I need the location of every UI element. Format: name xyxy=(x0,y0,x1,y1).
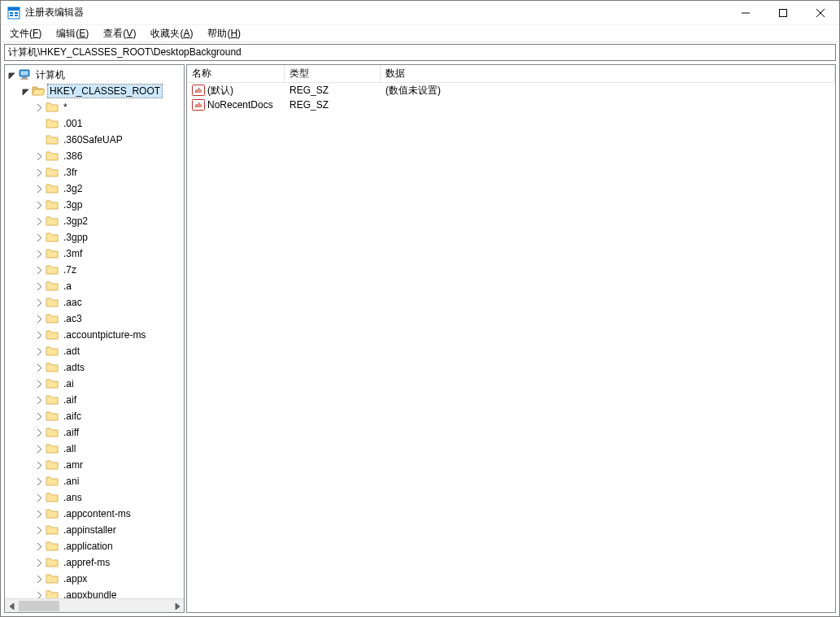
maximize-icon xyxy=(779,9,787,17)
minimize-button[interactable] xyxy=(727,1,764,25)
chevron-down-icon[interactable] xyxy=(5,68,18,81)
chevron-right-icon[interactable] xyxy=(33,377,46,390)
column-header-data[interactable]: 数据 xyxy=(381,65,835,82)
tree-item[interactable]: .3fr xyxy=(5,164,184,180)
tree-item[interactable]: .ai xyxy=(5,376,184,392)
tree-item[interactable]: .all xyxy=(5,441,184,457)
tree-item[interactable]: .386 xyxy=(5,148,184,164)
tree-item[interactable]: .ans xyxy=(5,489,184,506)
chevron-down-icon[interactable] xyxy=(19,85,32,98)
close-button[interactable] xyxy=(802,1,839,25)
chevron-right-icon[interactable] xyxy=(33,589,46,598)
tree-item[interactable]: .7z xyxy=(5,262,184,278)
tree-item[interactable]: 计算机 xyxy=(5,67,184,83)
chevron-right-icon[interactable] xyxy=(33,442,46,455)
scroll-right-button[interactable] xyxy=(170,599,184,613)
chevron-right-icon[interactable] xyxy=(33,556,46,569)
tree-item[interactable]: .adts xyxy=(5,359,184,376)
maximize-button[interactable] xyxy=(764,1,802,25)
chevron-right-icon[interactable] xyxy=(33,572,46,585)
chevron-right-icon[interactable] xyxy=(33,393,46,406)
tree-item[interactable]: HKEY_CLASSES_ROOT xyxy=(5,83,184,99)
menu-item-e[interactable]: 编辑(E) xyxy=(49,25,96,42)
tree-item-label: .aiff xyxy=(62,426,81,439)
chevron-right-icon[interactable] xyxy=(33,263,46,276)
tree-item[interactable]: .360SafeUAP xyxy=(5,132,184,148)
tree-item[interactable]: .ac3 xyxy=(5,311,184,327)
tree-item[interactable]: .aac xyxy=(5,294,184,311)
tree-item[interactable]: .3gp xyxy=(5,197,184,213)
column-header-name[interactable]: 名称 xyxy=(187,65,285,82)
tree-item[interactable]: .3gp2 xyxy=(5,213,184,229)
folder-icon xyxy=(46,410,59,423)
chevron-right-icon[interactable] xyxy=(33,491,46,504)
tree-item-label: .3gpp xyxy=(62,231,89,244)
chevron-right-icon[interactable] xyxy=(33,328,46,341)
menu-item-a[interactable]: 收藏夹(A) xyxy=(143,25,200,42)
list-view[interactable]: (默认)REG_SZ(数值未设置)NoRecentDocsREG_SZ xyxy=(187,83,835,612)
chevron-right-icon[interactable] xyxy=(33,150,46,163)
chevron-right-icon[interactable] xyxy=(33,182,46,195)
chevron-right-icon[interactable] xyxy=(33,247,46,260)
chevron-right-icon[interactable] xyxy=(33,475,46,488)
chevron-right-icon[interactable] xyxy=(33,345,46,358)
tree-item[interactable]: .aiff xyxy=(5,424,184,441)
folder-icon xyxy=(46,117,59,130)
list-row[interactable]: (默认)REG_SZ(数值未设置) xyxy=(187,83,835,98)
tree-item[interactable]: .001 xyxy=(5,115,184,132)
folder-icon xyxy=(46,556,59,569)
chevron-right-icon[interactable] xyxy=(33,361,46,374)
folder-icon xyxy=(46,263,59,276)
menu-item-f[interactable]: 文件(F) xyxy=(2,25,49,42)
tree-item[interactable]: .3g2 xyxy=(5,180,184,197)
chevron-right-icon[interactable] xyxy=(33,296,46,309)
tree-item[interactable]: .aif xyxy=(5,392,184,408)
tree-item[interactable]: .application xyxy=(5,538,184,554)
tree-item[interactable]: .appxbundle xyxy=(5,587,184,598)
cell-name: NoRecentDocs xyxy=(187,99,285,111)
menu-item-h[interactable]: 帮助(H) xyxy=(200,25,248,42)
tree-horizontal-scrollbar[interactable] xyxy=(5,598,184,612)
tree-item-label: .appinstaller xyxy=(62,524,118,537)
chevron-right-icon[interactable] xyxy=(33,458,46,471)
tree-item-label: 计算机 xyxy=(34,67,67,83)
tree-item[interactable]: .3gpp xyxy=(5,229,184,245)
chevron-right-icon[interactable] xyxy=(33,507,46,520)
triangle-right-icon xyxy=(174,603,181,610)
scroll-left-button[interactable] xyxy=(5,599,19,613)
chevron-right-icon[interactable] xyxy=(33,524,46,537)
tree-item[interactable]: * xyxy=(5,99,184,115)
chevron-right-icon[interactable] xyxy=(33,426,46,439)
list-row[interactable]: NoRecentDocsREG_SZ xyxy=(187,98,835,112)
chevron-right-icon[interactable] xyxy=(33,231,46,244)
chevron-right-icon[interactable] xyxy=(33,280,46,293)
tree-item[interactable]: .appref-ms xyxy=(5,554,184,571)
tree-item[interactable]: .appx xyxy=(5,571,184,587)
tree-item[interactable]: .accountpicture-ms xyxy=(5,327,184,343)
scroll-thumb[interactable] xyxy=(19,601,59,611)
chevron-right-icon[interactable] xyxy=(33,312,46,325)
chevron-right-icon[interactable] xyxy=(33,101,46,114)
tree-item[interactable]: .amr xyxy=(5,457,184,473)
address-bar[interactable]: 计算机\HKEY_CLASSES_ROOT\DesktopBackground xyxy=(4,44,836,61)
column-header-type[interactable]: 类型 xyxy=(285,65,381,82)
tree-item[interactable]: .a xyxy=(5,278,184,294)
folder-icon xyxy=(46,442,59,455)
chevron-right-icon[interactable] xyxy=(33,540,46,553)
tree-item[interactable]: .appinstaller xyxy=(5,522,184,538)
tree-item[interactable]: .3mf xyxy=(5,245,184,262)
chevron-right-icon[interactable] xyxy=(33,166,46,179)
chevron-right-icon[interactable] xyxy=(33,410,46,423)
tree-item-label: .appxbundle xyxy=(62,589,118,598)
tree-item[interactable]: .adt xyxy=(5,343,184,359)
tree-view[interactable]: 计算机HKEY_CLASSES_ROOT*.001.360SafeUAP.386… xyxy=(5,65,184,598)
minimize-icon xyxy=(742,9,750,17)
folder-icon xyxy=(46,377,59,390)
chevron-right-icon[interactable] xyxy=(33,198,46,211)
tree-item[interactable]: .ani xyxy=(5,473,184,489)
tree-item[interactable]: .aifc xyxy=(5,408,184,424)
folder-icon xyxy=(46,361,59,374)
chevron-right-icon[interactable] xyxy=(33,215,46,228)
tree-item[interactable]: .appcontent-ms xyxy=(5,506,184,522)
menu-item-v[interactable]: 查看(V) xyxy=(96,25,143,42)
